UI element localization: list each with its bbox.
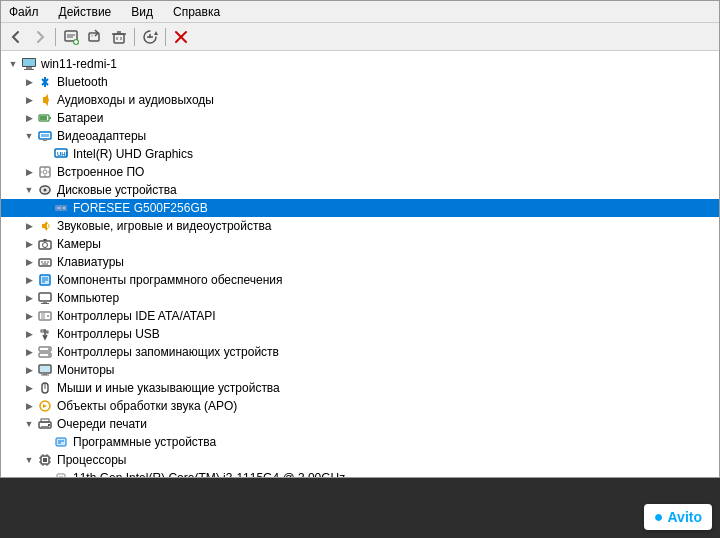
- expander-disk-drives[interactable]: ▼: [21, 182, 37, 198]
- expander-audio-io[interactable]: ▶: [21, 92, 37, 108]
- menu-action[interactable]: Действие: [55, 4, 116, 20]
- expander-firmware[interactable]: ▶: [21, 164, 37, 180]
- cancel-button[interactable]: [170, 26, 192, 48]
- tree-item-software-comp[interactable]: ▶ Компоненты программного обеспечения: [1, 271, 719, 289]
- software-comp-icon: [37, 272, 53, 288]
- menu-view[interactable]: Вид: [127, 4, 157, 20]
- camera-icon: [37, 236, 53, 252]
- expander-keyboard[interactable]: ▶: [21, 254, 37, 270]
- tree-item-ide[interactable]: ▶ Контроллеры IDE ATA/ATAPI: [1, 307, 719, 325]
- expander-print-queue[interactable]: ▼: [21, 416, 37, 432]
- video-adapter-icon: [37, 128, 53, 144]
- bluetooth-icon: [37, 74, 53, 90]
- expander-usb[interactable]: ▶: [21, 326, 37, 342]
- tree-label-disk-drives: Дисковые устройства: [57, 183, 177, 197]
- toolbar-separator-2: [134, 28, 135, 46]
- tree-item-sound[interactable]: ▶ Звуковые, игровые и видеоустройства: [1, 217, 719, 235]
- tree-item-usb[interactable]: ▶ Контроллеры USB: [1, 325, 719, 343]
- tree-label-audio-obj: Объекты обработки звука (APO): [57, 399, 237, 413]
- tree-item-video[interactable]: ▼ Видеоадаптеры: [1, 127, 719, 145]
- foresee-disk-icon: [53, 200, 69, 216]
- tree-item-storage-ctrl[interactable]: ▶ Контроллеры запоминающих устройств: [1, 343, 719, 361]
- expander-mice[interactable]: ▶: [21, 380, 37, 396]
- expander-monitors[interactable]: ▶: [21, 362, 37, 378]
- toolbar: [1, 23, 719, 51]
- expander-software-comp[interactable]: ▶: [21, 272, 37, 288]
- svg-rect-53: [39, 293, 51, 301]
- menu-help[interactable]: Справка: [169, 4, 224, 20]
- svg-rect-26: [43, 139, 47, 141]
- tree-item-keyboard[interactable]: ▶ Клавиатуры: [1, 253, 719, 271]
- scan-button[interactable]: [139, 26, 161, 48]
- svg-rect-54: [43, 301, 47, 303]
- svg-rect-22: [40, 116, 47, 120]
- tree-item-processors[interactable]: ▼ Процессоры: [1, 451, 719, 469]
- tree-item-cameras[interactable]: ▶ Камеры: [1, 235, 719, 253]
- tree-item-root[interactable]: ▼ win11-redmi-1: [1, 55, 719, 73]
- avito-logo: ●: [654, 508, 664, 526]
- expander-cameras[interactable]: ▶: [21, 236, 37, 252]
- svg-rect-23: [49, 117, 51, 119]
- expander-computer[interactable]: ▶: [21, 290, 37, 306]
- tree-item-print-devices[interactable]: ▶ Программные устройства: [1, 433, 719, 451]
- tree-label-video: Видеоадаптеры: [57, 129, 146, 143]
- back-button[interactable]: [5, 26, 27, 48]
- avito-text: Avito: [668, 509, 702, 525]
- tree-item-audio-obj[interactable]: ▶ Объекты обработки звука (APO): [1, 397, 719, 415]
- print-queue-icon: [37, 416, 53, 432]
- menu-bar: Файл Действие Вид Справка: [1, 1, 719, 23]
- tree-item-battery[interactable]: ▶ Батареи: [1, 109, 719, 127]
- tree-item-mice[interactable]: ▶ Мыши и иные указывающие устройства: [1, 379, 719, 397]
- expander-processors[interactable]: ▼: [21, 452, 37, 468]
- computer-icon: [21, 56, 37, 72]
- expander-ide[interactable]: ▶: [21, 308, 37, 324]
- intel-uhd-icon: UHD: [53, 146, 69, 162]
- svg-point-39: [63, 207, 65, 209]
- tree-item-firmware[interactable]: ▶ Встроенное ПО: [1, 163, 719, 181]
- expander-audio-obj[interactable]: ▶: [21, 398, 37, 414]
- tree-label-intel-uhd: Intel(R) UHD Graphics: [73, 147, 193, 161]
- svg-rect-43: [43, 239, 47, 241]
- keyboard-icon: [37, 254, 53, 270]
- tree-item-print-queue[interactable]: ▼ Очереди печати: [1, 415, 719, 433]
- expander-sound[interactable]: ▶: [21, 218, 37, 234]
- expander-video[interactable]: ▼: [21, 128, 37, 144]
- device-manager-window: Файл Действие Вид Справка: [0, 0, 720, 478]
- tree-view[interactable]: ▼ win11-redmi-1 ▶: [1, 51, 719, 477]
- tree-label-storage-ctrl: Контроллеры запоминающих устройств: [57, 345, 279, 359]
- tree-item-monitors[interactable]: ▶ Мониторы: [1, 361, 719, 379]
- audio-icon: [37, 92, 53, 108]
- menu-file[interactable]: Файл: [5, 4, 43, 20]
- tree-label-print-devices: Программные устройства: [73, 435, 216, 449]
- usb-icon: [37, 326, 53, 342]
- tree-label-root: win11-redmi-1: [41, 57, 117, 71]
- expander-battery[interactable]: ▶: [21, 110, 37, 126]
- expander-root[interactable]: ▼: [5, 56, 21, 72]
- forward-button[interactable]: [29, 26, 51, 48]
- tree-item-computer[interactable]: ▶ Компьютер: [1, 289, 719, 307]
- tree-item-foresee[interactable]: ▶ FORESEE G500F256GB: [1, 199, 719, 217]
- update-driver-button[interactable]: [84, 26, 106, 48]
- mouse-icon: [37, 380, 53, 396]
- tree-item-cpu1[interactable]: ▶ 11th Gen Intel(R) Core(TM) i3-1115G4 @…: [1, 469, 719, 477]
- svg-rect-19: [26, 67, 32, 69]
- svg-rect-55: [41, 303, 49, 304]
- tree-label-foresee: FORESEE G500F256GB: [73, 201, 208, 215]
- svg-rect-92: [59, 476, 63, 477]
- tree-label-print-queue: Очереди печати: [57, 417, 147, 431]
- content-area: ▼ win11-redmi-1 ▶: [1, 51, 719, 477]
- tree-item-audio-io[interactable]: ▶ Аудиовходы и аудиовыходы: [1, 91, 719, 109]
- tree-label-ide: Контроллеры IDE ATA/ATAPI: [57, 309, 216, 323]
- ide-icon: [37, 308, 53, 324]
- properties-button[interactable]: [60, 26, 82, 48]
- tree-item-bluetooth[interactable]: ▶ Bluetooth: [1, 73, 719, 91]
- tree-label-software-comp: Компоненты программного обеспечения: [57, 273, 283, 287]
- storage-ctrl-icon: [37, 344, 53, 360]
- uninstall-button[interactable]: [108, 26, 130, 48]
- tree-label-mice: Мыши и иные указывающие устройства: [57, 381, 280, 395]
- tree-item-intel-uhd[interactable]: ▶ UHD Intel(R) UHD Graphics: [1, 145, 719, 163]
- expander-bluetooth[interactable]: ▶: [21, 74, 37, 90]
- monitor-icon: [37, 362, 53, 378]
- tree-item-disk-drives[interactable]: ▼ Дисковые устройства: [1, 181, 719, 199]
- expander-storage-ctrl[interactable]: ▶: [21, 344, 37, 360]
